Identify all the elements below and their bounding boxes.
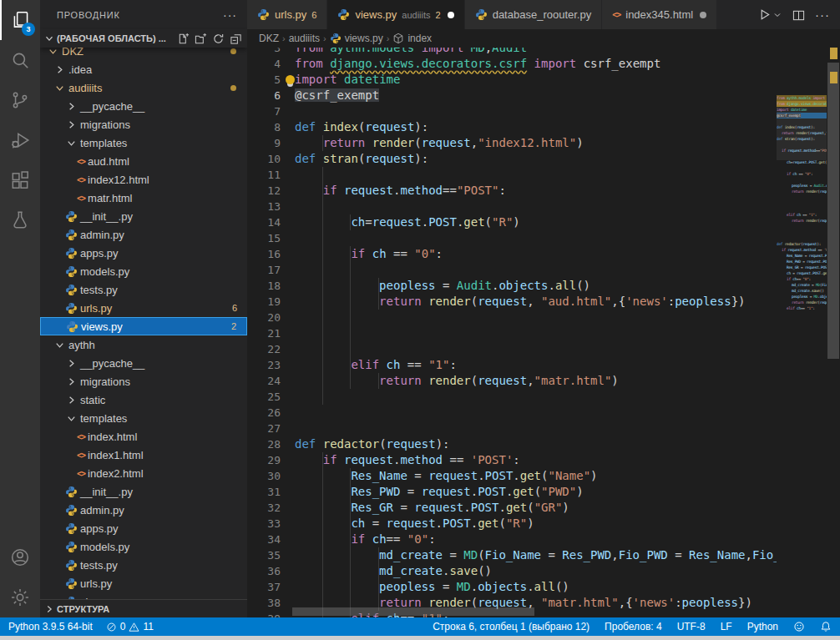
code-line-6[interactable]: 6@csrf_exempt [247, 88, 777, 103]
tree-item-admin.py[interactable]: admin.py [40, 501, 247, 519]
outline-section-header[interactable]: СТРУКТУРА [40, 599, 247, 617]
code-line-7[interactable]: 7 [247, 103, 777, 119]
tree-item-urls.py[interactable]: urls.py [40, 574, 247, 592]
code-line-19[interactable]: 19return render(request, "aud.html",{'ne… [247, 294, 777, 310]
tree-item-index1.html[interactable]: <>index1.html [40, 446, 247, 464]
minimap-slider[interactable] [777, 95, 827, 160]
code-line-15[interactable]: 15 [247, 230, 777, 246]
code-line-5[interactable]: 5import datetime [247, 72, 777, 88]
problems-status[interactable]: 0 11 [106, 621, 154, 632]
tree-item-.idea[interactable]: .idea [40, 60, 247, 78]
breadcrumb-item-audiiits[interactable]: audiiits [289, 33, 320, 44]
editor-more-actions-button[interactable]: ··· [815, 8, 830, 22]
tree-item-models.py[interactable]: models.py [40, 537, 247, 556]
explorer-more-actions-button[interactable]: ··· [223, 8, 237, 22]
cursor-position-status[interactable]: Строка 6, столбец 1 (выбрано 12) [433, 621, 590, 632]
lightbulb-icon[interactable] [286, 75, 295, 84]
code-line-21[interactable]: 21 [247, 325, 777, 341]
code-line-35[interactable]: 35md_create = MD(Fio_Name = Res_PWD,Fio_… [247, 547, 777, 563]
code-line-26[interactable]: 26 [247, 405, 777, 421]
split-editor-button[interactable] [792, 8, 805, 23]
activity-accounts[interactable] [0, 537, 40, 577]
tree-item-templates[interactable]: templates [40, 134, 247, 152]
tree-item-index12.html[interactable]: <>index12.html [40, 170, 247, 189]
tree-item-admin.py[interactable]: admin.py [40, 225, 247, 244]
tree-item-migrations[interactable]: migrations [40, 115, 247, 134]
vertical-scrollbar[interactable] [827, 63, 839, 359]
tab-index345.html[interactable]: <>index345.html [602, 0, 717, 29]
code-line-20[interactable]: 20 [247, 310, 777, 325]
code-line-23[interactable]: 23elif ch == "1": [247, 357, 777, 373]
code-line-10[interactable]: 10def stran(request): [247, 151, 777, 167]
tree-item-views.py[interactable]: views.py2 [40, 317, 247, 335]
code-line-31[interactable]: 31Res_PWD = request.POST.get("PWD") [247, 484, 777, 500]
code-line-18[interactable]: 18peopless = Audit.objects.all() [247, 278, 777, 294]
interpreter-status[interactable]: Python 3.9.5 64-bit [8, 621, 93, 632]
encoding-status[interactable]: UTF-8 [677, 621, 706, 632]
tree-item-aythh[interactable]: aythh [40, 335, 247, 354]
tree-item-models.py[interactable]: models.py [40, 262, 247, 280]
activity-extensions[interactable] [0, 160, 40, 200]
tree-item-apps.py[interactable]: apps.py [40, 519, 247, 537]
dirty-indicator-icon[interactable] [448, 12, 454, 18]
new-file-button[interactable] [177, 33, 190, 45]
code-line-3[interactable]: 3from aythh.models import MD,Audit [247, 48, 777, 56]
activity-run-debug[interactable] [0, 120, 40, 160]
code-line-28[interactable]: 28def redactor(request): [247, 436, 777, 452]
tree-item-index.html[interactable]: <>index.html [40, 427, 247, 446]
tree-item-matr.html[interactable]: <>matr.html [40, 189, 247, 207]
activity-explorer[interactable]: 3 [0, 0, 40, 40]
tab-views.py[interactable]: views.pyaudiiits2 [327, 0, 464, 29]
workspace-section-header[interactable]: (РАБОЧАЯ ОБЛАСТЬ) ... [40, 29, 247, 48]
refresh-button[interactable] [212, 33, 225, 45]
dirty-indicator-icon[interactable] [700, 12, 706, 18]
code-line-33[interactable]: 33ch = request.POST.get("R") [247, 516, 777, 532]
code-line-8[interactable]: 8def index(request): [247, 119, 777, 135]
activity-search[interactable] [0, 40, 40, 80]
tree-item-tests.py[interactable]: tests.py [40, 280, 247, 299]
code-line-34[interactable]: 34if ch== "0": [247, 532, 777, 547]
code-line-22[interactable]: 22 [247, 341, 777, 357]
code-line-16[interactable]: 16if ch == "0": [247, 246, 777, 262]
code-line-9[interactable]: 9return render(request,"index12.html") [247, 135, 777, 151]
code-line-12[interactable]: 12if request.method=="POST": [247, 183, 777, 199]
code-line-27[interactable]: 27 [247, 421, 777, 436]
code-line-14[interactable]: 14ch=request.POST.get("R") [247, 214, 777, 230]
tree-item-static[interactable]: static [40, 391, 247, 409]
breadcrumb-item-views.py[interactable]: views.py [330, 33, 383, 44]
run-button[interactable] [758, 8, 782, 21]
tree-item--init-.py[interactable]: __init__.py [40, 207, 247, 225]
code-editor[interactable]: 3from aythh.models import MD,Audit4from … [247, 48, 840, 617]
feedback-button[interactable] [793, 621, 805, 632]
activity-source-control[interactable] [0, 80, 40, 120]
breadcrumb-item-DKZ[interactable]: DKZ [259, 33, 279, 44]
code-line-37[interactable]: 37peopless = MD.objects.all() [247, 579, 777, 595]
tree-item-aud.html[interactable]: <>aud.html [40, 152, 247, 170]
code-line-29[interactable]: 29if request.method == 'POST': [247, 452, 777, 468]
overview-ruler[interactable] [827, 29, 840, 617]
tree-item-templates[interactable]: templates [40, 409, 247, 427]
code-line-17[interactable]: 17 [247, 262, 777, 278]
horizontal-scrollbar[interactable] [292, 607, 534, 616]
tree-item-urls.py[interactable]: urls.py6 [40, 299, 247, 317]
notifications-button[interactable] [820, 621, 832, 632]
tree-item--init-.py[interactable]: __init__.py [40, 482, 247, 501]
tree-item-apps.py[interactable]: apps.py [40, 244, 247, 262]
code-line-13[interactable]: 13 [247, 199, 777, 214]
code-line-4[interactable]: 4from django.views.decorators.csrf impor… [247, 56, 777, 72]
code-line-11[interactable]: 11 [247, 167, 777, 183]
tree-item--pycache-[interactable]: __pycache__ [40, 97, 247, 115]
breadcrumb-item-index[interactable]: index [392, 33, 432, 44]
minimap[interactable]: from aythh.models import MD,Auditfrom dj… [777, 95, 827, 617]
tree-item--pycache-[interactable]: __pycache__ [40, 354, 247, 372]
new-folder-button[interactable] [195, 33, 207, 45]
activity-testing[interactable] [0, 200, 40, 240]
code-line-25[interactable]: 25 [247, 389, 777, 405]
tree-item-migrations[interactable]: migrations [40, 372, 247, 391]
collapse-all-button[interactable] [230, 33, 242, 45]
tab-urls.py[interactable]: urls.py6 [247, 0, 327, 29]
tree-item-audiiits[interactable]: audiiits [40, 78, 247, 97]
tree-item-index2.html[interactable]: <>index2.html [40, 464, 247, 482]
activity-settings[interactable] [0, 577, 40, 617]
code-line-30[interactable]: 30Res_Name = request.POST.get("Name") [247, 468, 777, 484]
